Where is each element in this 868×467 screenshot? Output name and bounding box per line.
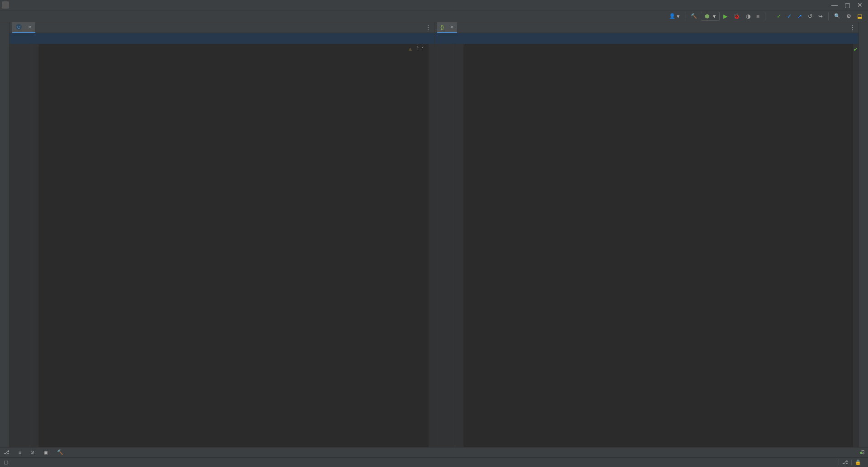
run-button[interactable]: ▶ bbox=[721, 12, 730, 20]
editor-tabs-left: C × ⋮ bbox=[9, 22, 434, 33]
warning-icon: ⚠ bbox=[409, 46, 412, 53]
code-area[interactable]: ⚠ ˄ ˅ bbox=[38, 44, 429, 447]
fold-gutter[interactable] bbox=[30, 44, 38, 447]
tool-problems[interactable]: ⊘ bbox=[30, 449, 36, 455]
tool-pull-requests[interactable] bbox=[0, 29, 9, 37]
stop-button[interactable]: ■ bbox=[754, 12, 762, 20]
code-editor[interactable]: ⚠ ˄ ˅ bbox=[9, 44, 434, 447]
java-class-icon: C bbox=[16, 24, 22, 30]
editor-tabs-right: {} × ⋮ bbox=[434, 22, 859, 33]
safe-mode-banner bbox=[434, 33, 859, 44]
app-logo-icon bbox=[2, 1, 9, 9]
no-problems-icon: ✔ bbox=[854, 47, 858, 52]
editor-pane-right: {} × ⋮ ✔ bbox=[434, 22, 859, 447]
tool-project[interactable] bbox=[0, 22, 9, 29]
tool-bookmarks[interactable] bbox=[0, 440, 9, 447]
fold-gutter[interactable] bbox=[455, 44, 463, 447]
settings-icon[interactable] bbox=[844, 12, 854, 20]
tool-todo[interactable]: ≡ bbox=[19, 450, 23, 455]
coverage-button[interactable]: ◑ bbox=[744, 12, 753, 20]
menubar: — ▢ ✕ bbox=[0, 0, 868, 10]
git-rollback-icon[interactable]: ↪ bbox=[816, 12, 825, 20]
git-commit-icon[interactable]: ✓ bbox=[785, 12, 794, 20]
status-bar: ▢ ⎇ 🔒 bbox=[0, 457, 868, 467]
close-window-button[interactable]: ✕ bbox=[854, 0, 866, 10]
editor-tabs-more-icon[interactable]: ⋮ bbox=[425, 24, 431, 31]
build-button[interactable] bbox=[689, 12, 699, 20]
code-editor[interactable]: ✔ bbox=[434, 44, 859, 447]
error-stripe[interactable] bbox=[429, 44, 434, 447]
git-label bbox=[769, 15, 773, 17]
code-area[interactable] bbox=[463, 44, 854, 447]
debug-button[interactable]: 🐞 bbox=[731, 12, 742, 20]
json-file-icon: {} bbox=[441, 24, 444, 30]
prev-highlight-icon[interactable]: ˄ bbox=[416, 46, 419, 53]
git-push-icon[interactable]: ↗ bbox=[795, 12, 804, 20]
inspection-widget[interactable]: ⚠ ˄ ˅ bbox=[409, 46, 424, 53]
next-highlight-icon[interactable]: ˅ bbox=[421, 46, 424, 53]
bottom-tool-window-bar: ⎇ ≡ ⊘ ▣ 🔨 ● bbox=[0, 447, 868, 457]
safe-mode-banner bbox=[9, 33, 434, 44]
lock-icon[interactable]: 🔒 bbox=[851, 459, 864, 465]
editor-tabs-more-icon[interactable]: ⋮ bbox=[849, 24, 856, 31]
right-tool-window-bar: m bbox=[859, 22, 868, 447]
main-toolbar: ▾ ⬢ ▾ ▶ 🐞 ◑ ■ ✓ ✓ ↗ ↺ ↪ ⬓ bbox=[667, 12, 864, 21]
tab-variabletestpojo[interactable]: C × bbox=[12, 22, 35, 33]
minimize-button[interactable]: — bbox=[828, 0, 841, 10]
ide-status-icon[interactable]: ⬓ bbox=[855, 12, 864, 20]
tool-structure[interactable] bbox=[0, 433, 9, 440]
tab-close-icon[interactable]: × bbox=[28, 24, 32, 30]
tab-close-icon[interactable]: × bbox=[450, 24, 454, 30]
avatar-menu-icon[interactable]: ▾ bbox=[667, 12, 682, 20]
git-update-icon[interactable]: ✓ bbox=[774, 12, 783, 20]
toolwindow-quick-access-icon[interactable]: ▢ bbox=[4, 459, 8, 465]
tool-maven[interactable] bbox=[859, 22, 861, 29]
maximize-button[interactable]: ▢ bbox=[841, 0, 854, 10]
run-config-selector[interactable]: ⬢ ▾ bbox=[701, 12, 720, 21]
tool-git[interactable]: ⎇ bbox=[4, 449, 11, 455]
tool-terminal[interactable]: ▣ bbox=[43, 449, 50, 455]
tab-testjson[interactable]: {} × bbox=[437, 22, 458, 33]
left-tool-window-bar bbox=[0, 22, 9, 447]
line-number-gutter bbox=[434, 44, 455, 447]
line-number-gutter bbox=[9, 44, 30, 447]
editor-pane-left: C × ⋮ ⚠ ˄ bbox=[9, 22, 434, 447]
navigation-bar: ▾ ⬢ ▾ ▶ 🐞 ◑ ■ ✓ ✓ ↗ ↺ ↪ ⬓ bbox=[0, 10, 868, 22]
tool-build[interactable]: 🔨 bbox=[57, 449, 65, 455]
search-everywhere-icon[interactable] bbox=[832, 12, 843, 20]
git-history-icon[interactable]: ↺ bbox=[806, 12, 815, 20]
error-stripe[interactable]: ✔ bbox=[853, 44, 859, 447]
git-branch[interactable]: ⎇ bbox=[839, 459, 851, 465]
